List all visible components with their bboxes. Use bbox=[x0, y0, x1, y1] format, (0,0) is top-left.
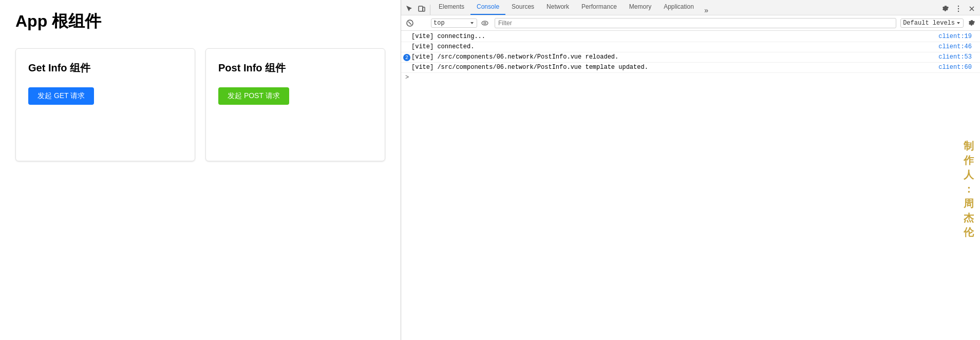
console-filter-input[interactable] bbox=[495, 18, 896, 28]
console-log-link-2[interactable]: client:46 bbox=[938, 43, 972, 50]
svg-rect-1 bbox=[423, 7, 425, 11]
svg-point-7 bbox=[482, 21, 488, 25]
console-levels-selector[interactable]: Default levels bbox=[900, 18, 964, 28]
console-log-line: [vite] /src/components/06.network/PostIn… bbox=[401, 63, 980, 73]
post-info-card: Post Info 组件 发起 POST 请求 bbox=[205, 48, 385, 161]
more-options-icon[interactable] bbox=[952, 3, 965, 15]
right-panel-controls bbox=[939, 3, 978, 15]
svg-rect-0 bbox=[419, 6, 423, 11]
tab-application[interactable]: Application bbox=[657, 0, 700, 15]
console-log-text-4: [vite] /src/components/06.network/PostIn… bbox=[411, 64, 934, 71]
console-log-text-2: [vite] connected. bbox=[411, 43, 934, 50]
watermark-char: 杰 bbox=[964, 211, 975, 225]
console-log-link-4[interactable]: client:60 bbox=[938, 64, 972, 71]
context-value: top bbox=[434, 20, 468, 27]
close-devtools-icon[interactable] bbox=[966, 3, 978, 15]
device-toolbar-icon[interactable] bbox=[416, 3, 428, 15]
watermark-char: 人 bbox=[964, 167, 975, 182]
console-log-link-3[interactable]: client:53 bbox=[938, 53, 972, 61]
svg-line-6 bbox=[408, 22, 411, 25]
watermark-char: 作 bbox=[964, 153, 975, 167]
app-title: App 根组件 bbox=[15, 10, 385, 33]
svg-point-2 bbox=[958, 6, 959, 7]
tab-elements[interactable]: Elements bbox=[432, 0, 470, 15]
console-input-line[interactable]: > bbox=[401, 73, 980, 82]
console-log-link-1[interactable]: client:19 bbox=[938, 33, 972, 40]
toolbar-separator bbox=[430, 5, 430, 15]
svg-point-4 bbox=[958, 11, 959, 12]
tabs-more-button[interactable]: » bbox=[701, 7, 711, 15]
tab-sources[interactable]: Sources bbox=[505, 0, 540, 15]
devtools-panel: Elements Console Sources Network Perform… bbox=[401, 0, 980, 340]
console-settings-icon[interactable] bbox=[966, 17, 977, 29]
svg-point-8 bbox=[484, 22, 486, 24]
console-eye-icon[interactable] bbox=[479, 17, 491, 29]
tab-console[interactable]: Console bbox=[470, 0, 505, 15]
console-log-text-3: [vite] /src/components/06.network/PostIn… bbox=[411, 53, 934, 61]
inspect-element-icon[interactable] bbox=[403, 3, 416, 15]
tab-memory[interactable]: Memory bbox=[623, 0, 657, 15]
console-log-line: 2 [vite] /src/components/06.network/Post… bbox=[401, 52, 980, 63]
components-row: Get Info 组件 发起 GET 请求 Post Info 组件 发起 PO… bbox=[15, 48, 385, 161]
get-info-title: Get Info 组件 bbox=[28, 61, 182, 75]
get-info-card: Get Info 组件 发起 GET 请求 bbox=[15, 48, 195, 161]
levels-dropdown-icon bbox=[956, 21, 961, 26]
watermark-char: ： bbox=[964, 182, 975, 196]
console-output: [vite] connecting... client:19 [vite] co… bbox=[401, 31, 980, 340]
watermark-char: 制 bbox=[964, 139, 975, 153]
get-request-button[interactable]: 发起 GET 请求 bbox=[28, 87, 94, 105]
console-toolbar: top Default levels bbox=[401, 15, 980, 31]
console-repeat-badge: 2 bbox=[403, 54, 410, 61]
svg-point-3 bbox=[958, 8, 959, 9]
console-log-line: [vite] connected. client:46 bbox=[401, 42, 980, 52]
context-dropdown-icon bbox=[469, 21, 475, 26]
post-request-button[interactable]: 发起 POST 请求 bbox=[218, 87, 289, 105]
console-clear-icon[interactable] bbox=[404, 17, 416, 29]
context-selector[interactable]: top bbox=[431, 18, 477, 28]
tab-performance[interactable]: Performance bbox=[575, 0, 623, 15]
console-log-line: [vite] connecting... client:19 bbox=[401, 32, 980, 42]
console-levels-label: Default levels bbox=[903, 20, 955, 27]
console-filter-icon[interactable] bbox=[418, 17, 429, 29]
app-panel: App 根组件 Get Info 组件 发起 GET 请求 Post Info … bbox=[0, 0, 401, 340]
watermark-char: 周 bbox=[964, 196, 975, 211]
devtools-tabs-bar: Elements Console Sources Network Perform… bbox=[401, 0, 980, 15]
console-log-text-1: [vite] connecting... bbox=[411, 33, 934, 40]
settings-icon[interactable] bbox=[939, 3, 951, 15]
watermark-char: 伦 bbox=[964, 225, 975, 239]
tab-network[interactable]: Network bbox=[540, 0, 575, 15]
console-caret: > bbox=[405, 74, 409, 81]
post-info-title: Post Info 组件 bbox=[218, 61, 372, 75]
watermark: 制 作 人 ： 周 杰 伦 bbox=[964, 139, 975, 239]
